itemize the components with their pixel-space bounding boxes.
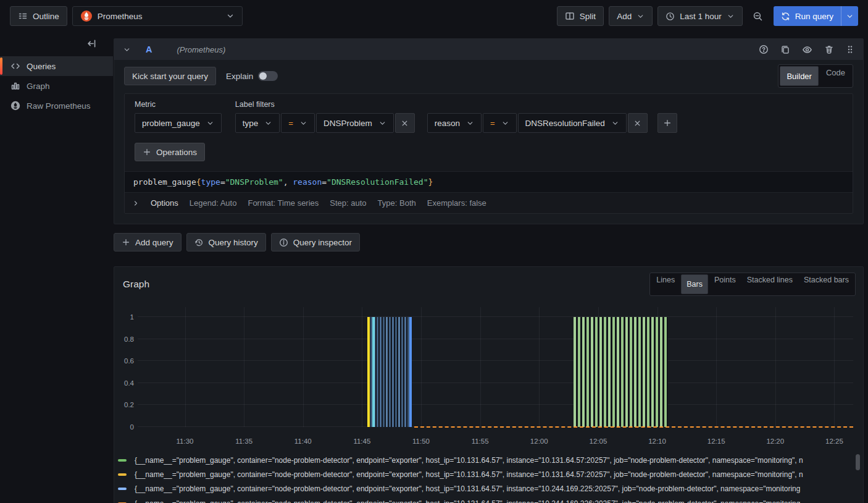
datasource-picker[interactable]: Prometheus [72,6,243,26]
mode-stacked-bars[interactable]: Stacked bars [799,274,854,294]
explain-toggle[interactable] [258,71,278,81]
query-token: reason [293,177,322,187]
filter-label-select[interactable]: type [235,113,280,133]
legend-item[interactable]: {__name__="problem_gauge", container="no… [118,467,853,481]
gridline [138,316,853,317]
gridline [480,307,481,427]
filter-value-select[interactable]: DNSResolutionFailed [518,113,627,133]
add-label: Add [617,12,632,21]
chevron-down-icon [378,119,386,127]
code-tab[interactable]: Code [820,66,851,86]
legend-scrollbar-thumb[interactable] [856,454,860,470]
clock-icon [666,12,675,21]
y-tick-label: 0.2 [124,401,134,408]
legend-item[interactable]: {__name__="problem_gauge", container="no… [118,496,853,503]
chevron-down-icon [123,46,131,54]
query-token: } [428,177,433,187]
time-series-chart: 00.20.40.60.81 11:3011:3511:4011:4511:50… [120,301,856,447]
mode-bars[interactable]: Bars [681,274,708,294]
options-format: Format: Time series [248,198,319,208]
x-tick-label: 11:30 [177,437,194,445]
add-button[interactable]: Add [609,6,653,26]
sidebar-item-queries[interactable]: Queries [0,56,113,76]
label-filters-field: Label filters type = [235,100,677,133]
x-axis-labels: 11:3011:3511:4011:4511:5011:5512:0012:05… [138,433,853,447]
collapse-sidebar-button[interactable] [86,38,97,49]
legend-item[interactable]: {__name__="problem_gauge", container="no… [118,453,853,467]
legend-series-label: {__name__="problem_gauge", container="no… [135,499,800,503]
legend-series-marker [118,488,127,490]
top-bar: Outline Prometheus Split Add Last 1 hour [0,0,868,32]
query-history-button[interactable]: Query history [186,233,266,252]
add-filter-button[interactable] [657,113,677,133]
metric-field: Metric problem_gauge [135,100,222,133]
filter-operator-value: = [490,119,495,128]
mode-points[interactable]: Points [709,274,741,294]
zoom-out-icon [753,11,763,22]
filter-label-select[interactable]: reason [427,113,482,133]
filter-value: DNSResolutionFailed [525,119,605,128]
x-tick-label: 11:35 [235,437,252,445]
query-row-header[interactable]: A (Prometheus) [114,39,863,60]
run-query-dropdown-button[interactable] [841,6,858,26]
options-row: Options Legend: Auto Format: Time series… [125,192,853,213]
query-datasource-hint: (Prometheus) [177,45,225,54]
explain-label: Explain [226,72,253,81]
filter-operator-select[interactable]: = [483,113,517,133]
zoom-out-button[interactable] [748,6,769,26]
bar-cluster [574,317,668,427]
outline-button[interactable]: Outline [10,6,67,26]
info-circle-icon [279,238,288,247]
legend-item[interactable]: {__name__="problem_gauge", container="no… [118,482,853,496]
chevron-down-icon [206,119,214,127]
bar-cluster [367,317,412,427]
y-tick-label: 0.4 [124,379,134,387]
delete-query-icon[interactable] [824,44,834,54]
sidebar-item-label: Raw Prometheus [27,101,91,111]
mode-stacked-lines[interactable]: Stacked lines [742,274,798,294]
chart-legend: {__name__="problem_gauge", container="no… [118,453,861,503]
time-range-picker[interactable]: Last 1 hour [657,6,743,26]
query-editor-body: Kick start your query Explain Builder Co… [114,60,863,224]
plot-area[interactable] [138,307,853,427]
toggle-knob [259,72,267,80]
gridline [716,307,717,427]
drag-handle-icon[interactable] [846,44,854,54]
gridline [138,404,853,405]
graph-panel: Graph Lines Bars Points Stacked lines St… [114,266,864,503]
filter-operator-value: = [288,119,293,128]
query-inspector-button[interactable]: Query inspector [271,233,360,252]
filter-value-select[interactable]: DNSProblem [316,113,394,133]
remove-filter-button[interactable] [395,113,415,133]
chevron-down-icon [226,12,235,20]
run-query-group: Run query [774,6,858,26]
plus-icon [122,238,130,247]
query-token: "DNSResolutionFailed" [327,177,428,187]
options-type: Type: Both [378,198,416,208]
legend-series-label: {__name__="problem_gauge", container="no… [135,456,803,465]
split-button[interactable]: Split [557,6,604,26]
remove-filter-button[interactable] [628,113,648,133]
builder-tab[interactable]: Builder [780,66,818,86]
close-icon [633,119,641,127]
toggle-visibility-icon[interactable] [802,44,812,55]
mode-lines[interactable]: Lines [651,274,680,294]
add-query-button[interactable]: Add query [114,233,182,252]
operations-button[interactable]: Operations [135,143,205,161]
label-filters-label: Label filters [235,100,677,109]
gridline [539,307,540,427]
filter-operator-select[interactable]: = [281,113,315,133]
gridline [138,360,853,361]
kick-start-query-button[interactable]: Kick start your query [124,67,216,85]
metric-select[interactable]: problem_gauge [135,113,222,133]
duplicate-query-icon[interactable] [780,44,790,54]
chevron-down-icon [299,119,307,127]
options-label[interactable]: Options [151,198,178,208]
x-tick-label: 11:50 [412,437,430,445]
graph-style-switch: Lines Bars Points Stacked lines Stacked … [649,273,856,296]
run-query-button[interactable]: Run query [774,6,841,26]
y-tick-label: 1 [130,313,134,321]
sidebar-item-graph[interactable]: Graph [0,76,113,96]
sidebar-item-raw-prometheus[interactable]: Raw Prometheus [0,96,113,116]
help-icon[interactable] [759,44,769,54]
